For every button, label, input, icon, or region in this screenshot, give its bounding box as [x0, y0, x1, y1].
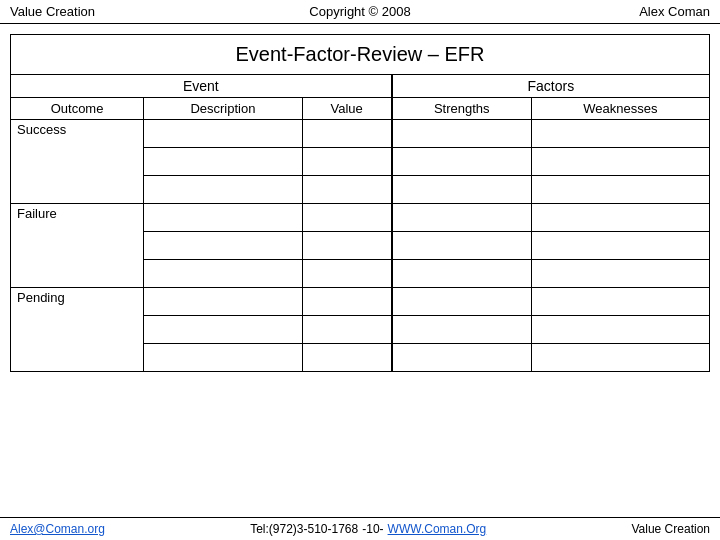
desc-cell: [144, 232, 303, 260]
value-cell: [302, 344, 392, 372]
outcome-success: Success: [11, 120, 144, 204]
table-row: Success: [11, 120, 710, 148]
value-cell: [302, 288, 392, 316]
value-cell: [302, 148, 392, 176]
strengths-cell: [392, 120, 532, 148]
weaknesses-cell: [531, 120, 709, 148]
table-row: Pending: [11, 288, 710, 316]
col-weaknesses: Weaknesses: [531, 98, 709, 120]
weaknesses-cell: [531, 288, 709, 316]
footer-website[interactable]: WWW.Coman.Org: [388, 522, 487, 536]
weaknesses-cell: [531, 204, 709, 232]
header-left: Value Creation: [10, 4, 243, 19]
value-cell: [302, 120, 392, 148]
col-description: Description: [144, 98, 303, 120]
title-row: Event-Factor-Review – EFR: [11, 35, 710, 75]
footer-center: Tel:(972)3-510-1768 -10- WWW.Coman.Org: [250, 522, 486, 536]
value-cell: [302, 204, 392, 232]
value-cell: [302, 176, 392, 204]
col-value: Value: [302, 98, 392, 120]
footer-phone: Tel:(972)3-510-1768: [250, 522, 358, 536]
page-footer: Alex@Coman.org Tel:(972)3-510-1768 -10- …: [0, 517, 720, 540]
desc-cell: [144, 176, 303, 204]
desc-cell: [144, 288, 303, 316]
event-group-header: Event: [11, 75, 392, 98]
weaknesses-cell: [531, 316, 709, 344]
col-outcome: Outcome: [11, 98, 144, 120]
page-header: Value Creation Copyright © 2008 Alex Com…: [0, 0, 720, 24]
weaknesses-cell: [531, 232, 709, 260]
table-title: Event-Factor-Review – EFR: [11, 35, 710, 75]
outcome-failure: Failure: [11, 204, 144, 288]
col-strengths: Strengths: [392, 98, 532, 120]
col-header-row: Outcome Description Value Strengths Weak…: [11, 98, 710, 120]
weaknesses-cell: [531, 260, 709, 288]
value-cell: [302, 260, 392, 288]
strengths-cell: [392, 204, 532, 232]
header-center: Copyright © 2008: [243, 4, 476, 19]
main-content: Event-Factor-Review – EFR Event Factors …: [0, 24, 720, 372]
header-right: Alex Coman: [477, 4, 710, 19]
strengths-cell: [392, 344, 532, 372]
footer-right: Value Creation: [631, 522, 710, 536]
strengths-cell: [392, 176, 532, 204]
strengths-cell: [392, 260, 532, 288]
desc-cell: [144, 148, 303, 176]
footer-email[interactable]: Alex@Coman.org: [10, 522, 105, 536]
weaknesses-cell: [531, 344, 709, 372]
footer-page: -10-: [362, 522, 383, 536]
strengths-cell: [392, 148, 532, 176]
desc-cell: [144, 120, 303, 148]
desc-cell: [144, 344, 303, 372]
factors-group-header: Factors: [392, 75, 710, 98]
value-cell: [302, 316, 392, 344]
outcome-pending: Pending: [11, 288, 144, 372]
value-cell: [302, 232, 392, 260]
desc-cell: [144, 316, 303, 344]
strengths-cell: [392, 316, 532, 344]
weaknesses-cell: [531, 176, 709, 204]
desc-cell: [144, 204, 303, 232]
table-row: Failure: [11, 204, 710, 232]
weaknesses-cell: [531, 148, 709, 176]
efr-table: Event-Factor-Review – EFR Event Factors …: [10, 34, 710, 372]
group-header-row: Event Factors: [11, 75, 710, 98]
strengths-cell: [392, 288, 532, 316]
strengths-cell: [392, 232, 532, 260]
desc-cell: [144, 260, 303, 288]
